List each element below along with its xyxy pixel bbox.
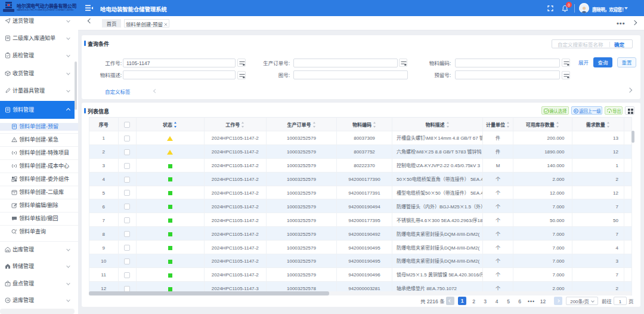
svg-text:3: 3 — [16, 229, 17, 232]
